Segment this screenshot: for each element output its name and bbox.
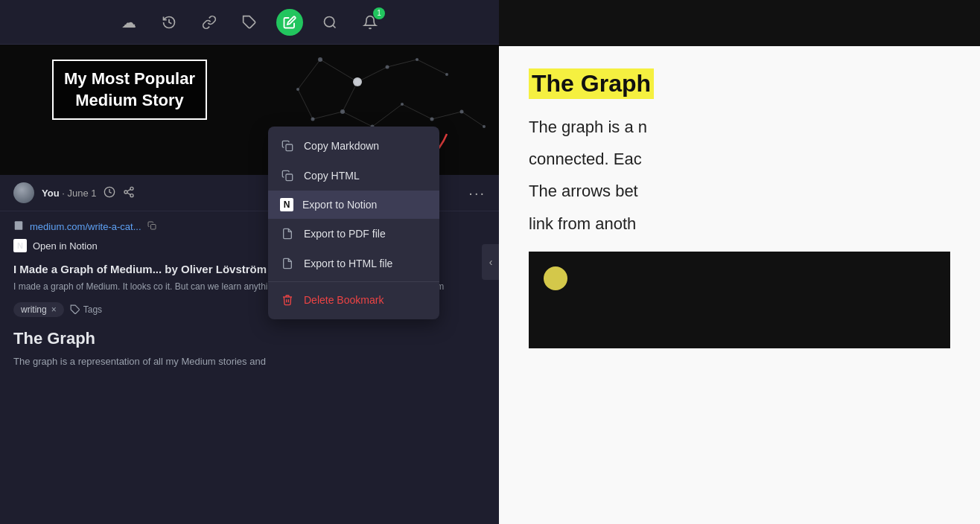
export-pdf-icon (280, 226, 295, 241)
svg-point-33 (124, 191, 127, 194)
tag-icon[interactable] (236, 9, 263, 36)
svg-rect-41 (286, 174, 293, 181)
svg-point-34 (130, 194, 133, 196)
add-tag-button[interactable]: Tags (70, 304, 102, 315)
scroll-toggle-button[interactable]: ‹ (482, 244, 499, 280)
top-nav: ☁ (0, 0, 499, 45)
hero-title-box: My Most Popular Medium Story (52, 60, 207, 120)
svg-point-28 (460, 110, 464, 114)
svg-point-20 (340, 109, 345, 114)
right-top-image (499, 0, 980, 46)
hero-title-line1: My Most Popular (64, 68, 195, 90)
right-text-2: connected. Eac (529, 146, 950, 172)
svg-point-19 (386, 66, 389, 69)
svg-point-22 (401, 103, 404, 106)
history-icon[interactable] (156, 9, 182, 36)
copy-markdown-label: Copy Markdown (304, 140, 379, 152)
svg-rect-38 (150, 225, 156, 230)
svg-point-29 (483, 125, 486, 128)
search-icon[interactable] (316, 9, 343, 36)
svg-point-23 (430, 118, 434, 121)
section-desc: The graph is a representation of all my … (13, 354, 486, 370)
clock-icon[interactable] (104, 186, 115, 200)
right-text-3: The arrows bet (529, 178, 950, 204)
dropdown-menu: Copy Markdown Copy HTML N Export to Noti… (268, 127, 439, 319)
svg-point-26 (416, 58, 419, 61)
svg-point-32 (130, 187, 133, 190)
right-text-4: link from anoth (529, 211, 950, 237)
cloud-icon[interactable]: ☁ (115, 9, 142, 36)
hero-title-line2: Medium Story (64, 90, 195, 112)
section-title: The Graph (13, 329, 486, 348)
svg-line-36 (127, 189, 131, 191)
right-bottom-circle (544, 266, 567, 290)
right-text-1: The graph is a n (529, 114, 950, 140)
share-icon[interactable] (123, 186, 135, 200)
right-content: The Graph The graph is a n connected. Ea… (499, 46, 980, 524)
export-html-label: Export to HTML file (304, 258, 392, 269)
export-html-item[interactable]: Export to HTML file (268, 249, 439, 278)
export-notion-label: Export to Notion (302, 199, 377, 211)
export-notion-item[interactable]: N Export to Notion (268, 191, 439, 219)
meta-user: You · June 1 (42, 188, 96, 199)
svg-line-2 (333, 25, 336, 28)
menu-divider (268, 281, 439, 282)
delete-icon (280, 293, 295, 307)
svg-line-35 (127, 193, 131, 195)
copy-html-icon (280, 168, 295, 183)
copy-html-label: Copy HTML (304, 170, 360, 182)
svg-rect-40 (286, 144, 293, 151)
right-panel: The Graph The graph is a n connected. Ea… (499, 0, 980, 524)
tag-writing[interactable]: writing × (13, 302, 64, 317)
copy-html-item[interactable]: Copy HTML (268, 161, 439, 191)
bookmark-icon (13, 220, 24, 233)
pencil-icon[interactable] (276, 9, 303, 36)
left-panel: ☁ (0, 0, 499, 524)
open-in-notion-link[interactable]: Open in Notion (33, 240, 98, 252)
export-html-icon (280, 256, 295, 271)
url-link[interactable]: medium.com/write-a-cat... (30, 221, 141, 232)
more-options-button[interactable]: ··· (468, 185, 486, 202)
export-notion-icon: N (280, 198, 293, 211)
svg-point-24 (296, 88, 299, 91)
right-bottom-image (529, 252, 950, 348)
svg-rect-37 (15, 221, 23, 230)
copy-markdown-item[interactable]: Copy Markdown (268, 131, 439, 161)
delete-bookmark-item[interactable]: Delete Bookmark (268, 285, 439, 315)
svg-point-27 (445, 73, 448, 76)
remove-tag-button[interactable]: × (51, 304, 57, 315)
copy-markdown-icon (280, 138, 295, 153)
bell-icon[interactable]: 1 (357, 9, 384, 36)
export-pdf-item[interactable]: Export to PDF file (268, 219, 439, 249)
svg-point-25 (311, 118, 315, 121)
avatar (13, 182, 34, 203)
delete-bookmark-label: Delete Bookmark (304, 294, 384, 306)
export-pdf-label: Export to PDF file (304, 228, 386, 240)
notification-badge: 1 (373, 7, 385, 19)
svg-point-30 (353, 77, 362, 86)
copy-icon[interactable] (147, 221, 156, 232)
right-highlight-title: The Graph (529, 68, 654, 99)
svg-point-1 (325, 16, 334, 26)
notion-icon: N (13, 239, 27, 252)
link-icon[interactable] (196, 9, 223, 36)
svg-point-17 (318, 57, 322, 62)
